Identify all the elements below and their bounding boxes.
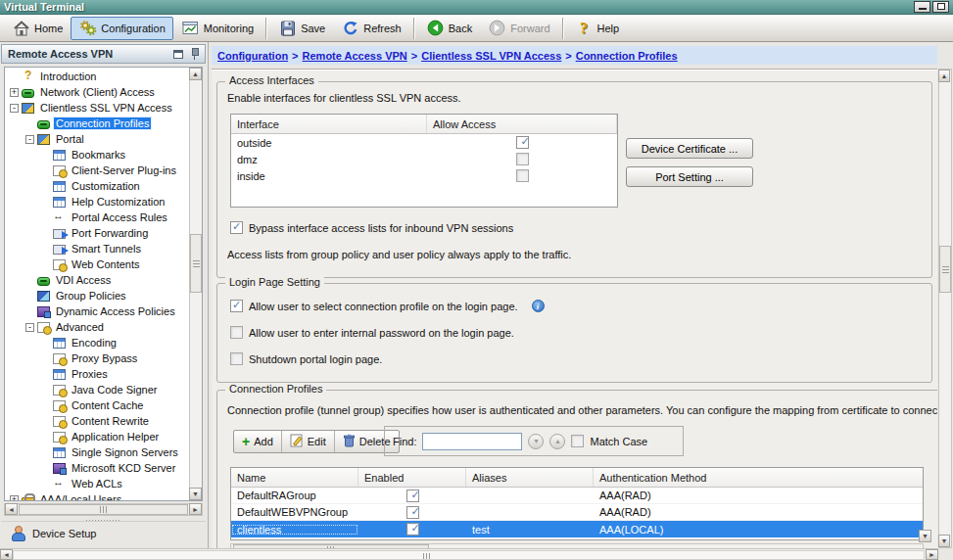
tree-horizontal-scrollbar[interactable] [4,503,203,516]
window-horizontal-scrollbar[interactable] [0,548,938,560]
toolbar-forward-button[interactable]: Forward [480,17,557,40]
allow-access-checkbox[interactable] [516,169,529,182]
add-button[interactable]: +Add [234,431,282,452]
title-bar[interactable]: Virtual Terminal [0,0,953,15]
allow-access-checkbox[interactable] [516,136,529,149]
select-profile-checkbox[interactable] [230,300,243,312]
sidebar: Remote Access VPN Introduction +Network … [0,42,209,548]
toolbar-home-button[interactable]: Home [4,17,71,40]
gear-doc-icon [53,400,66,411]
device-certificate-button[interactable]: Device Certificate ... [626,138,753,159]
table-icon [53,447,66,458]
tree-item[interactable]: -Clientless SSL VPN Access [5,100,189,116]
tree-item-connection-profiles[interactable]: Connection Profiles [5,116,189,131]
scroll-down-button[interactable] [938,535,950,547]
toolbar-configuration-button[interactable]: Configuration [71,17,172,40]
toolbar-help-button[interactable]: ? Help [567,17,628,40]
tree-item[interactable]: +Network (Client) Access [5,84,189,100]
scroll-thumb[interactable] [19,504,188,515]
table-row-outside[interactable]: outside [231,134,617,151]
scroll-up-button[interactable] [189,68,202,80]
minimize-button[interactable] [914,1,930,13]
scroll-right-button[interactable] [189,503,202,515]
find-input[interactable] [422,433,522,450]
scroll-left-button[interactable] [0,549,13,560]
expander-icon[interactable]: - [25,135,34,144]
tree-item[interactable]: VDI Access [5,272,189,288]
tree-item-label: Java Code Signer [70,384,159,396]
profile-row-defaultragroup[interactable]: DefaultRAGroup AAA(RAD) [231,488,923,504]
tree-item[interactable]: -Portal [5,131,189,147]
profile-row-defaultwebvpngroup[interactable]: DefaultWEBVPNGroup AAA(RAD) [231,504,923,521]
tree-item[interactable]: Bookmarks [5,147,189,163]
enabled-checkbox[interactable] [406,523,419,536]
table-row-dmz[interactable]: dmz [231,151,617,167]
tree-item[interactable]: Application Helper [5,429,189,444]
internal-password-checkbox[interactable] [230,326,243,339]
breadcrumb-link-configuration[interactable]: Configuration [217,50,288,62]
toolbar-refresh-button[interactable]: Refresh [333,17,409,40]
find-previous-button[interactable] [549,434,565,449]
tree-item[interactable]: Dynamic Access Policies [5,303,189,319]
scroll-thumb[interactable] [939,246,951,293]
tree-item[interactable]: Proxies [5,366,189,382]
tree-item[interactable]: Port Forwarding [5,225,189,241]
tree-vertical-scrollbar[interactable] [189,68,202,500]
bypass-acl-checkbox[interactable] [230,221,243,234]
scroll-down-button[interactable] [189,488,202,500]
allow-access-checkbox[interactable] [516,153,529,165]
breadcrumb-link-remote-access-vpn[interactable]: Remote Access VPN [303,50,407,62]
scroll-thumb[interactable] [190,234,202,293]
save-icon [278,20,297,36]
tree-item[interactable]: Encoding [5,335,189,350]
tree-item[interactable]: Group Policies [5,288,189,303]
tree-item[interactable]: Help Customization [5,194,189,210]
scroll-up-button[interactable] [938,70,950,82]
shutdown-portal-checkbox[interactable] [230,352,243,365]
enabled-checkbox[interactable] [406,490,419,502]
expander-icon[interactable]: - [25,323,34,332]
tree-item[interactable]: -Advanced [5,319,189,335]
tree-item[interactable]: +AAA/Local Users [5,491,189,500]
pin-icon[interactable] [190,48,199,60]
find-next-button[interactable] [528,434,544,449]
tree-item[interactable]: Web ACLs [5,476,189,491]
match-case-checkbox[interactable] [571,435,584,447]
tree-item[interactable]: Smart Tunnels [5,241,189,257]
undock-panel-icon[interactable] [173,50,183,59]
profiles-table-scroll-down-button[interactable] [919,530,931,542]
table-row-inside[interactable]: inside [231,167,617,184]
info-icon[interactable] [532,300,545,312]
tree-item-label: Web ACLs [70,478,124,490]
tree-item[interactable]: Web Contents [5,257,189,272]
breadcrumb-link-connection-profiles[interactable]: Connection Profiles [576,50,678,62]
tree-item[interactable]: Introduction [5,69,189,84]
tree-item[interactable]: Microsoft KCD Server [5,460,189,476]
toolbar-back-button[interactable]: Back [418,17,480,40]
tree-item[interactable]: Client-Server Plug-ins [5,163,189,178]
port-setting-button[interactable]: Port Setting ... [626,166,753,187]
device-setup-button[interactable]: Device Setup [1,521,206,544]
enabled-checkbox[interactable] [406,506,419,519]
tree-item[interactable]: Single Signon Servers [5,444,189,460]
tree-item[interactable]: Proxy Bypass [5,350,189,366]
tree-item[interactable]: Content Rewrite [5,413,189,429]
scroll-left-button[interactable] [5,503,18,515]
tree-item[interactable]: Portal Access Rules [5,210,189,225]
scroll-thumb[interactable] [13,550,925,560]
breadcrumb-link-clientless-ssl-vpn[interactable]: Clientless SSL VPN Access [421,50,561,62]
scroll-right-button[interactable] [926,549,938,560]
tree-item[interactable]: Java Code Signer [5,382,189,397]
toolbar-save-button[interactable]: Save [270,17,333,40]
column-header-allow-access: Allow Access [427,115,617,133]
expander-icon[interactable]: + [10,495,19,501]
restore-button[interactable] [932,1,949,13]
profile-row-clientless[interactable]: clientless test AAA(LOCAL) [231,521,923,537]
content-vertical-scrollbar[interactable] [938,69,952,548]
tree-item[interactable]: Customization [5,178,189,194]
tree-item[interactable]: Content Cache [5,397,189,413]
expander-icon[interactable]: + [10,88,19,97]
expander-icon[interactable]: - [10,104,19,113]
toolbar-monitoring-button[interactable]: Monitoring [173,17,262,40]
edit-button[interactable]: Edit [282,431,335,452]
